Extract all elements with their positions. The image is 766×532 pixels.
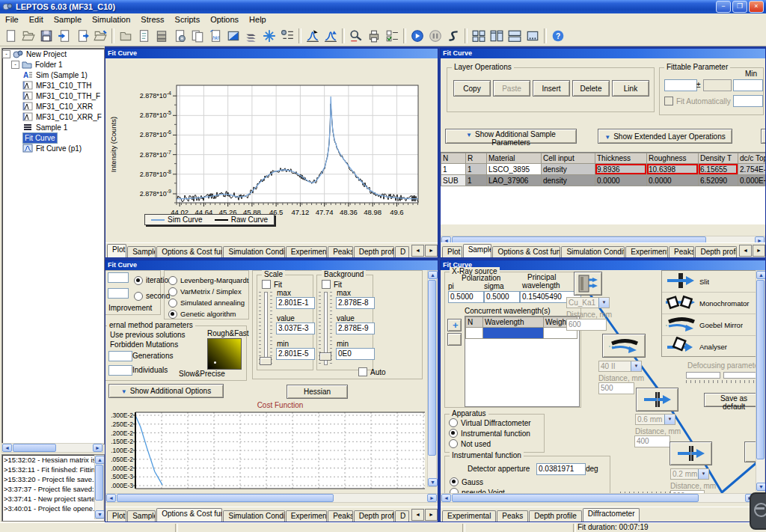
individuals-input[interactable] bbox=[108, 365, 132, 376]
show-additional-options-button[interactable]: ▼Show Additional Options bbox=[108, 384, 224, 398]
column-header-r[interactable]: R bbox=[466, 153, 487, 164]
toolbar-check-list-button[interactable] bbox=[383, 27, 401, 45]
column-header-material[interactable]: Material bbox=[487, 153, 542, 164]
auto-checkbox[interactable]: Auto bbox=[358, 367, 386, 376]
scroll-down-arrow[interactable]: ▼ bbox=[756, 483, 766, 491]
cell-material-row0[interactable]: LSCO_3895 bbox=[487, 164, 542, 175]
column-header-roughness[interactable]: Roughness bbox=[647, 153, 699, 164]
options-vertical-scrollbar[interactable]: ▲ ▼ bbox=[427, 270, 437, 487]
log-entry[interactable]: >15:32:11 - Fit finished: Fittin... bbox=[2, 465, 94, 474]
toolbar-archive-button[interactable] bbox=[153, 27, 171, 45]
column-header-thickness[interactable]: Thickness bbox=[595, 153, 647, 164]
column-header-n[interactable]: N bbox=[441, 153, 466, 164]
detector-aperture-input[interactable]: 0.0381971 bbox=[536, 463, 586, 475]
scale-max-input[interactable]: 2.801E-1 bbox=[276, 297, 315, 309]
wave-cell-n[interactable] bbox=[466, 328, 483, 339]
toolbar-print-button[interactable] bbox=[365, 27, 383, 45]
cell-n-row0[interactable]: 1 bbox=[441, 164, 466, 175]
iteration-count-input[interactable] bbox=[108, 272, 129, 283]
cell-density-t-row1[interactable]: 6.52090 bbox=[699, 175, 738, 186]
clipped-button[interactable] bbox=[761, 129, 766, 144]
toolbar-tile-grid-button[interactable] bbox=[506, 27, 524, 45]
log-vertical-scrollbar[interactable]: ▲ ▼ bbox=[94, 455, 104, 519]
column-header-dc-c-top[interactable]: dc/c Top bbox=[738, 153, 766, 164]
column-header-cell-input[interactable]: Cell input bbox=[542, 153, 595, 164]
tab-simulation-conditions[interactable]: Simulation Conditions bbox=[223, 246, 284, 257]
defocusing-slider-1[interactable] bbox=[686, 372, 720, 379]
generations-input[interactable] bbox=[108, 351, 132, 361]
defocusing-slider-2[interactable] bbox=[723, 372, 758, 379]
tree-item-folder-1[interactable]: -Folder 1 bbox=[2, 59, 104, 70]
scale-min-input[interactable]: 2.801E-5 bbox=[276, 348, 315, 360]
slit-1-button[interactable] bbox=[636, 388, 678, 412]
save-as-default-button[interactable]: Save as default bbox=[704, 393, 764, 407]
palette-item-goebel-mirror[interactable]: Goebel Mirror bbox=[662, 314, 756, 336]
toolbar-linked-document-button[interactable] bbox=[189, 27, 206, 45]
tab-scroll-right[interactable]: ► bbox=[425, 245, 438, 257]
tree-item-fit-curve-p1[interactable]: Fit Curve (p1) bbox=[2, 143, 104, 153]
wave-column-n[interactable]: N bbox=[466, 317, 483, 328]
toolbar-gradient-sample-button[interactable] bbox=[224, 27, 242, 45]
tab-experimental[interactable]: Experimental bbox=[286, 246, 327, 257]
menu-item-scripts[interactable]: Scripts bbox=[170, 14, 206, 25]
scroll-thumb[interactable] bbox=[756, 280, 765, 459]
palette-item-slit[interactable]: Slit bbox=[662, 271, 756, 293]
show-extended-layer-operations-button[interactable]: ▼Show Extended Layer Operations bbox=[598, 129, 732, 144]
child-window-titlebar[interactable]: Fit Curve bbox=[441, 49, 765, 58]
column-header-density-t[interactable]: Density T bbox=[699, 153, 738, 164]
show-additional-sample-parameters-button[interactable]: ▼Show Additional Sample Parameters bbox=[445, 129, 577, 144]
scale-slider[interactable] bbox=[259, 292, 272, 365]
cell-dc-c-top-row1[interactable]: 0.000E+00 bbox=[738, 175, 766, 186]
close-button[interactable]: × bbox=[749, 1, 764, 13]
log-entry[interactable]: >3:37:37 - Project file saved:... bbox=[2, 484, 94, 494]
scroll-left-arrow[interactable]: ◄ bbox=[441, 494, 451, 502]
add-wavelength-button[interactable]: + bbox=[447, 319, 462, 331]
tab-scroll-left[interactable]: ◄ bbox=[411, 245, 424, 257]
tab-d[interactable]: D bbox=[395, 510, 409, 522]
scroll-up-arrow[interactable]: ▲ bbox=[95, 456, 105, 464]
scale-value-input[interactable]: 3.037E-3 bbox=[276, 322, 315, 334]
tab-experimental[interactable]: Experimental bbox=[625, 246, 668, 257]
cell-n-row1[interactable]: SUB bbox=[441, 175, 466, 186]
toolbar-save-project-button[interactable] bbox=[37, 27, 55, 45]
toolbar-play-button[interactable] bbox=[408, 27, 426, 45]
floating-tool-widget[interactable] bbox=[750, 492, 766, 530]
toolbar-help-button[interactable]: ? bbox=[549, 27, 567, 45]
scroll-up-arrow[interactable]: ▲ bbox=[428, 271, 438, 279]
toolbar-layers-stack-button[interactable] bbox=[242, 27, 260, 45]
cell-cell-input-row0[interactable]: density bbox=[542, 164, 595, 175]
background-fit-checkbox[interactable]: Fit bbox=[322, 280, 342, 289]
toolbar-fit-curve-button[interactable] bbox=[304, 27, 322, 45]
tab-depth-profile[interactable]: Depth profile bbox=[695, 246, 737, 257]
toolbar-folder-button[interactable] bbox=[117, 27, 135, 45]
tab-diffractometer[interactable]: Diffractometer bbox=[583, 508, 640, 522]
expand-icon[interactable]: - bbox=[11, 61, 19, 69]
tree-item-new-project[interactable]: -New Project bbox=[2, 49, 104, 59]
background-slider[interactable] bbox=[319, 292, 332, 365]
log-entry[interactable]: >3:37:41 - New project started bbox=[2, 494, 94, 504]
toolbar-gear-document-button[interactable] bbox=[171, 27, 189, 45]
tab-d[interactable]: D bbox=[395, 246, 409, 257]
seconds-input[interactable] bbox=[108, 288, 129, 299]
tab-depth-profile[interactable]: Depth profile bbox=[529, 510, 582, 522]
fittable-min-input[interactable] bbox=[733, 79, 763, 91]
toolbar-import-data-button[interactable] bbox=[55, 27, 73, 45]
tab-peaks[interactable]: Peaks bbox=[669, 246, 694, 257]
scroll-thumb[interactable] bbox=[13, 444, 56, 452]
pi-input[interactable]: 0.5000 bbox=[448, 291, 484, 303]
log-entry[interactable]: >3:40:01 - Project file opene... bbox=[2, 504, 94, 513]
menu-item-file[interactable]: File bbox=[0, 14, 24, 25]
tree-item-mf31-c10-tth-f[interactable]: MF31_C10_TTH_F bbox=[2, 91, 104, 101]
expand-icon[interactable]: - bbox=[2, 50, 10, 58]
wave-column-wavelength[interactable]: Wavelength bbox=[483, 317, 544, 328]
scroll-left-arrow[interactable]: ◄ bbox=[2, 444, 12, 452]
child-window-titlebar[interactable]: Fit Curve bbox=[105, 260, 438, 270]
menu-item-stress[interactable]: Stress bbox=[135, 14, 169, 25]
toolbar-hkl-document-button[interactable]: hkl bbox=[206, 27, 224, 45]
menu-item-simulation[interactable]: Simulation bbox=[87, 14, 135, 25]
cell-density-t-row0[interactable]: 6.15655 bbox=[699, 164, 738, 175]
tab-peaks[interactable]: Peaks bbox=[328, 510, 353, 522]
restore-button[interactable]: ❐ bbox=[732, 1, 747, 13]
toolbar-parameters-list-button[interactable] bbox=[278, 27, 296, 45]
tab-sample[interactable]: Sample bbox=[127, 246, 156, 257]
